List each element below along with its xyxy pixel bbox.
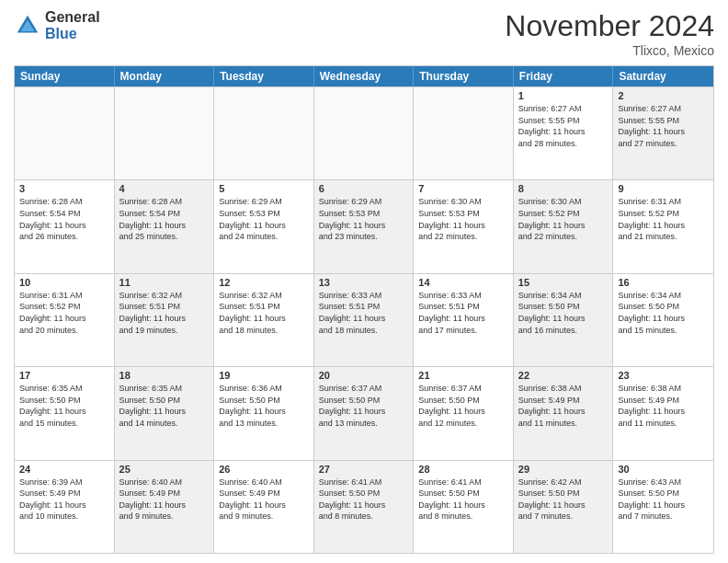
calendar-header: SundayMondayTuesdayWednesdayThursdayFrid… [15, 66, 713, 86]
weekday-header: Friday [514, 66, 614, 86]
logo: General Blue [14, 9, 100, 41]
weekday-header: Wednesday [314, 66, 415, 86]
day-number: 19 [219, 370, 309, 381]
calendar-cell [115, 87, 215, 179]
day-info: Sunrise: 6:28 AMSunset: 5:54 PMDaylight:… [119, 196, 210, 242]
calendar-cell: 5Sunrise: 6:29 AMSunset: 5:53 PMDaylight… [214, 180, 314, 272]
calendar-row: 17Sunrise: 6:35 AMSunset: 5:50 PMDayligh… [15, 366, 713, 459]
day-info: Sunrise: 6:34 AMSunset: 5:50 PMDaylight:… [618, 290, 709, 336]
day-number: 8 [518, 183, 609, 194]
calendar-cell: 8Sunrise: 6:30 AMSunset: 5:52 PMDaylight… [514, 180, 614, 272]
calendar-cell: 29Sunrise: 6:42 AMSunset: 5:50 PMDayligh… [514, 461, 614, 553]
logo-text: General Blue [45, 9, 100, 41]
day-number: 5 [219, 183, 309, 194]
day-number: 25 [119, 464, 210, 475]
day-info: Sunrise: 6:37 AMSunset: 5:50 PMDaylight:… [319, 383, 409, 429]
day-number: 21 [418, 370, 508, 381]
day-info: Sunrise: 6:35 AMSunset: 5:50 PMDaylight:… [19, 383, 109, 429]
month-title: November 2024 [505, 9, 714, 43]
calendar-cell: 19Sunrise: 6:36 AMSunset: 5:50 PMDayligh… [214, 367, 314, 459]
day-info: Sunrise: 6:39 AMSunset: 5:49 PMDaylight:… [19, 477, 109, 523]
title-block: November 2024 Tlixco, Mexico [505, 9, 714, 58]
day-info: Sunrise: 6:37 AMSunset: 5:50 PMDaylight:… [418, 383, 508, 429]
day-number: 15 [518, 277, 609, 288]
calendar-body: 1Sunrise: 6:27 AMSunset: 5:55 PMDaylight… [15, 86, 713, 553]
day-info: Sunrise: 6:33 AMSunset: 5:51 PMDaylight:… [319, 290, 409, 336]
calendar-cell: 10Sunrise: 6:31 AMSunset: 5:52 PMDayligh… [15, 274, 115, 366]
day-number: 20 [319, 370, 409, 381]
calendar-cell: 13Sunrise: 6:33 AMSunset: 5:51 PMDayligh… [314, 274, 415, 366]
weekday-header: Saturday [613, 66, 713, 86]
calendar-cell: 12Sunrise: 6:32 AMSunset: 5:51 PMDayligh… [214, 274, 314, 366]
day-number: 23 [618, 370, 709, 381]
day-info: Sunrise: 6:41 AMSunset: 5:50 PMDaylight:… [319, 477, 409, 523]
day-info: Sunrise: 6:34 AMSunset: 5:50 PMDaylight:… [518, 290, 609, 336]
calendar-cell: 27Sunrise: 6:41 AMSunset: 5:50 PMDayligh… [314, 461, 415, 553]
calendar-cell: 1Sunrise: 6:27 AMSunset: 5:55 PMDaylight… [514, 87, 614, 179]
day-number: 29 [518, 464, 609, 475]
day-info: Sunrise: 6:42 AMSunset: 5:50 PMDaylight:… [518, 477, 609, 523]
calendar-row: 10Sunrise: 6:31 AMSunset: 5:52 PMDayligh… [15, 273, 713, 366]
calendar-row: 24Sunrise: 6:39 AMSunset: 5:49 PMDayligh… [15, 460, 713, 553]
weekday-header: Sunday [15, 66, 115, 86]
day-info: Sunrise: 6:43 AMSunset: 5:50 PMDaylight:… [618, 477, 709, 523]
day-number: 10 [19, 277, 109, 288]
calendar-cell: 16Sunrise: 6:34 AMSunset: 5:50 PMDayligh… [613, 274, 713, 366]
calendar-cell: 30Sunrise: 6:43 AMSunset: 5:50 PMDayligh… [613, 461, 713, 553]
day-info: Sunrise: 6:41 AMSunset: 5:50 PMDaylight:… [418, 477, 508, 523]
day-number: 28 [418, 464, 508, 475]
calendar-cell: 26Sunrise: 6:40 AMSunset: 5:49 PMDayligh… [214, 461, 314, 553]
calendar-cell: 9Sunrise: 6:31 AMSunset: 5:52 PMDaylight… [613, 180, 713, 272]
calendar-cell: 2Sunrise: 6:27 AMSunset: 5:55 PMDaylight… [613, 87, 713, 179]
calendar-cell: 15Sunrise: 6:34 AMSunset: 5:50 PMDayligh… [514, 274, 614, 366]
logo-icon [14, 12, 41, 40]
calendar-row: 3Sunrise: 6:28 AMSunset: 5:54 PMDaylight… [15, 179, 713, 272]
weekday-header: Monday [115, 66, 215, 86]
day-number: 22 [518, 370, 609, 381]
day-number: 14 [418, 277, 508, 288]
day-info: Sunrise: 6:40 AMSunset: 5:49 PMDaylight:… [219, 477, 309, 523]
day-number: 16 [618, 277, 709, 288]
calendar-cell: 11Sunrise: 6:32 AMSunset: 5:51 PMDayligh… [115, 274, 215, 366]
day-info: Sunrise: 6:32 AMSunset: 5:51 PMDaylight:… [119, 290, 210, 336]
day-info: Sunrise: 6:40 AMSunset: 5:49 PMDaylight:… [119, 477, 210, 523]
calendar-cell: 4Sunrise: 6:28 AMSunset: 5:54 PMDaylight… [115, 180, 215, 272]
day-info: Sunrise: 6:32 AMSunset: 5:51 PMDaylight:… [219, 290, 309, 336]
day-info: Sunrise: 6:31 AMSunset: 5:52 PMDaylight:… [19, 290, 109, 336]
calendar-cell: 24Sunrise: 6:39 AMSunset: 5:49 PMDayligh… [15, 461, 115, 553]
day-info: Sunrise: 6:28 AMSunset: 5:54 PMDaylight:… [19, 196, 109, 242]
day-info: Sunrise: 6:27 AMSunset: 5:55 PMDaylight:… [518, 103, 609, 149]
day-info: Sunrise: 6:38 AMSunset: 5:49 PMDaylight:… [618, 383, 709, 429]
calendar-cell [414, 87, 514, 179]
weekday-header: Tuesday [214, 66, 314, 86]
day-number: 26 [219, 464, 309, 475]
calendar-cell: 21Sunrise: 6:37 AMSunset: 5:50 PMDayligh… [414, 367, 514, 459]
calendar-cell: 17Sunrise: 6:35 AMSunset: 5:50 PMDayligh… [15, 367, 115, 459]
day-number: 30 [618, 464, 709, 475]
calendar-cell: 18Sunrise: 6:35 AMSunset: 5:50 PMDayligh… [115, 367, 215, 459]
day-number: 13 [319, 277, 409, 288]
calendar-cell: 25Sunrise: 6:40 AMSunset: 5:49 PMDayligh… [115, 461, 215, 553]
day-info: Sunrise: 6:29 AMSunset: 5:53 PMDaylight:… [319, 196, 409, 242]
page: General Blue November 2024 Tlixco, Mexic… [0, 0, 728, 563]
day-number: 9 [618, 183, 709, 194]
day-number: 2 [618, 90, 709, 101]
calendar: SundayMondayTuesdayWednesdayThursdayFrid… [14, 65, 714, 554]
weekday-header: Thursday [414, 66, 514, 86]
day-info: Sunrise: 6:36 AMSunset: 5:50 PMDaylight:… [219, 383, 309, 429]
day-info: Sunrise: 6:29 AMSunset: 5:53 PMDaylight:… [219, 196, 309, 242]
header: General Blue November 2024 Tlixco, Mexic… [14, 9, 714, 58]
day-number: 3 [19, 183, 109, 194]
day-number: 4 [119, 183, 210, 194]
calendar-cell: 3Sunrise: 6:28 AMSunset: 5:54 PMDaylight… [15, 180, 115, 272]
day-info: Sunrise: 6:30 AMSunset: 5:53 PMDaylight:… [418, 196, 508, 242]
calendar-cell [214, 87, 314, 179]
calendar-cell [15, 87, 115, 179]
day-info: Sunrise: 6:31 AMSunset: 5:52 PMDaylight:… [618, 196, 709, 242]
calendar-cell [314, 87, 415, 179]
calendar-cell: 23Sunrise: 6:38 AMSunset: 5:49 PMDayligh… [613, 367, 713, 459]
calendar-row: 1Sunrise: 6:27 AMSunset: 5:55 PMDaylight… [15, 86, 713, 179]
day-info: Sunrise: 6:27 AMSunset: 5:55 PMDaylight:… [618, 103, 709, 149]
day-number: 12 [219, 277, 309, 288]
day-number: 27 [319, 464, 409, 475]
